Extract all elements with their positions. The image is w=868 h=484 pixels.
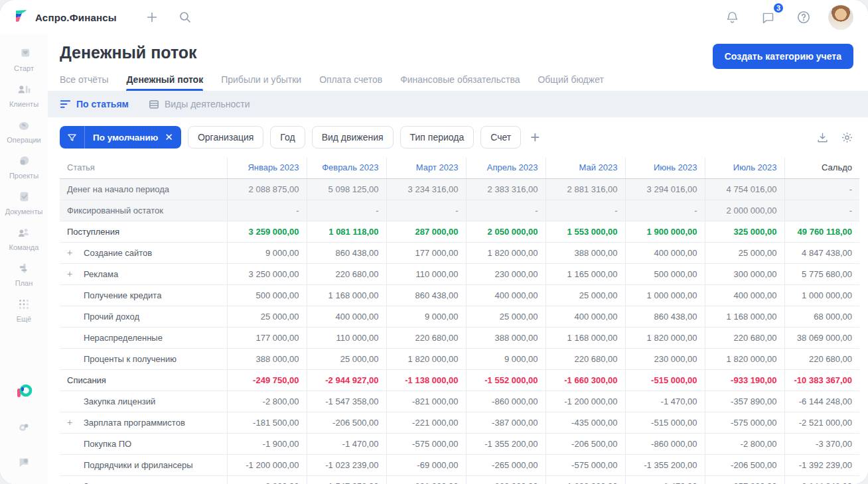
cell-value: 388 000,00 [466, 327, 545, 348]
download-icon[interactable] [816, 131, 829, 144]
sidebar-item-label: Проекты [9, 172, 38, 180]
cell-value: 220 680,00 [386, 327, 466, 348]
cell-value: 25 000,00 [227, 306, 307, 327]
filter-chip-1[interactable]: Организация [188, 126, 263, 149]
tab-3[interactable]: Прибыли и убытки [221, 74, 301, 91]
cell-value: - [545, 200, 625, 221]
cell-value: 3 294 016,00 [625, 178, 705, 200]
cell-value: -435 000,00 [545, 412, 625, 433]
sidebar-item-6[interactable]: Команда [3, 220, 45, 256]
operations-icon [17, 117, 31, 133]
add-filter-icon[interactable]: + [528, 129, 542, 145]
row-label[interactable]: +Создание сайтов [60, 242, 227, 263]
expand-icon[interactable]: + [67, 269, 84, 279]
cell-value: 220 680,00 [784, 348, 859, 369]
active-filter-pill[interactable]: По умолчанию ✕ [60, 126, 181, 149]
row-label: Нераспределенные [60, 327, 227, 348]
cell-value: 500 000,00 [625, 263, 705, 284]
cell-value: 2 881 316,00 [545, 178, 625, 200]
cell-value: -2 944 927,00 [307, 369, 386, 391]
settings-icon[interactable] [17, 420, 31, 438]
cell-value: 49 760 118,00 [784, 221, 859, 242]
tab-6[interactable]: Общий бюджет [538, 74, 603, 91]
bell-icon[interactable] [721, 6, 743, 29]
filter-chip-4[interactable]: Тип периода [400, 126, 474, 149]
row-label: Поступления [60, 221, 227, 242]
column-header-month: Март 2023 [386, 157, 466, 178]
cell-value: -206 500,00 [307, 412, 386, 433]
cell-value: 1 165 000,00 [545, 263, 625, 284]
cell-value: -206 500,00 [705, 454, 784, 475]
sidebar-item-label: Документы [5, 208, 43, 215]
brand[interactable]: Аспро.Финансы [13, 8, 117, 27]
cell-value: -515 000,00 [625, 369, 705, 391]
cell-value: 400 000,00 [545, 306, 625, 327]
filter-chip-3[interactable]: Вид движения [312, 126, 394, 149]
cell-value: -69 000,00 [386, 454, 466, 475]
cell-value: -6 144 248,00 [784, 475, 859, 484]
sidebar-item-3[interactable]: Операции [3, 113, 45, 149]
cell-value: -6 144 248,00 [784, 391, 859, 412]
cell-value: -357 890,00 [705, 475, 784, 484]
chat-icon[interactable]: 3 [757, 6, 779, 29]
row-label: Списания [60, 369, 227, 391]
cell-value: 5 098 125,00 [307, 178, 386, 200]
cell-value: - [386, 200, 466, 221]
sidebar: Старт Клиенты Операции Проекты Документы… [0, 34, 48, 484]
filter-chip-5[interactable]: Счет [480, 126, 521, 149]
cell-value: -860 000,00 [625, 433, 705, 454]
sidebar-item-2[interactable]: Клиенты [3, 77, 45, 113]
sidebar-item-7[interactable]: План [3, 256, 45, 292]
cell-value: - [784, 178, 859, 200]
expand-icon[interactable]: + [67, 247, 84, 258]
start-icon [17, 46, 31, 62]
add-icon[interactable] [141, 6, 163, 29]
sidebar-item-label: Ещё [17, 315, 32, 323]
feedback-icon[interactable] [17, 455, 31, 472]
filter-chip-2[interactable]: Год [270, 126, 305, 149]
tab-2[interactable]: Денежный поток [126, 74, 203, 91]
create-category-button[interactable]: Создать категорию учета [713, 44, 853, 69]
cell-value: 110 000,00 [386, 263, 466, 284]
page-head: Денежный поток Создать категорию учета В… [48, 34, 868, 91]
tab-1[interactable]: Все отчёты [60, 74, 108, 91]
avatar[interactable] [828, 5, 853, 30]
brand-logo-icon [13, 8, 29, 27]
view-switch-1[interactable]: По статьям [60, 99, 129, 109]
cell-value: 388 000,00 [545, 242, 625, 263]
cell-value: 1 081 118,00 [307, 221, 386, 242]
cell-value: -2 800,00 [705, 433, 784, 454]
cell-value: 68 000,00 [784, 306, 859, 327]
cell-value: 177 000,00 [227, 327, 307, 348]
report-tabs: Все отчётыДенежный потокПрибыли и убытки… [60, 74, 853, 91]
expand-icon[interactable]: + [67, 481, 84, 484]
view-switch-2[interactable]: Виды деятельности [149, 99, 250, 109]
sidebar-item-4[interactable]: Проекты [3, 149, 45, 184]
sidebar-item-8[interactable]: Ещё [3, 292, 45, 328]
cell-value: -1 547 358,00 [307, 475, 386, 484]
table-settings-icon[interactable] [841, 131, 853, 144]
tab-4[interactable]: Оплата счетов [319, 74, 382, 91]
brand-mark-icon[interactable] [15, 383, 33, 403]
sidebar-item-5[interactable]: Документы [3, 184, 45, 220]
plan-icon [17, 261, 31, 276]
sidebar-item-label: План [15, 279, 33, 287]
row-label[interactable]: +Зарплата программистов [60, 475, 227, 484]
table-row: Закупка лицензий-2 800,00-1 547 358,00-8… [60, 391, 859, 412]
documents-icon [17, 189, 31, 205]
row-label: Фиксированный остаток [60, 200, 227, 221]
sidebar-item-label: Команда [9, 243, 39, 251]
search-icon[interactable] [174, 6, 196, 29]
table-row: Фиксированный остаток------2 000 000,00- [60, 200, 859, 221]
row-label[interactable]: +Зарплата программистов [60, 412, 227, 433]
expand-icon[interactable]: + [67, 417, 84, 428]
sidebar-item-1[interactable]: Старт [3, 41, 45, 77]
help-icon[interactable] [792, 6, 815, 29]
row-label[interactable]: +Реклама [60, 263, 227, 284]
cell-value: 110 000,00 [307, 327, 386, 348]
remove-filter-icon[interactable]: ✕ [163, 131, 181, 143]
table-row: Списания-249 750,00-2 944 927,00-1 138 0… [60, 369, 859, 391]
team-icon [17, 225, 31, 241]
tab-5[interactable]: Финансовые обязательства [400, 74, 520, 91]
cell-value: 230 000,00 [625, 348, 705, 369]
